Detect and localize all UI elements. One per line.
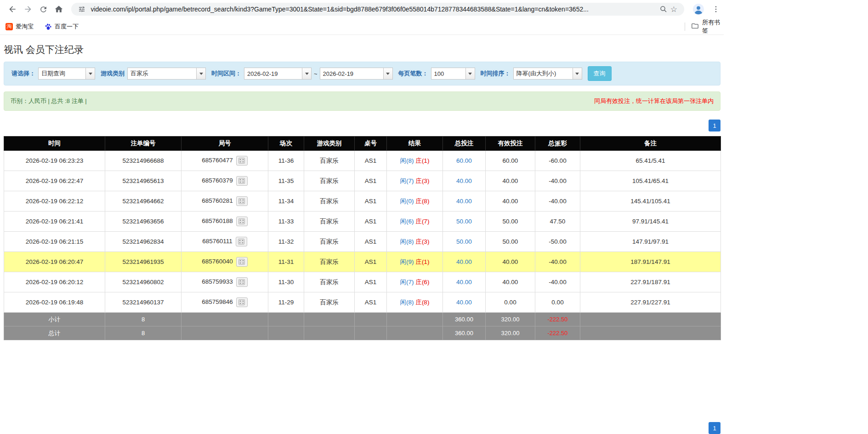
cell-game-type: 百家乐 [304, 292, 355, 313]
refresh-button[interactable] [36, 1, 51, 17]
total-bet-link[interactable]: 40.00 [456, 258, 472, 265]
cell-session: 11-34 [268, 191, 304, 211]
cell-remark: 97.91/145.41 [580, 211, 721, 232]
query-type-dropdown-arrow[interactable] [85, 68, 95, 80]
menu-icon[interactable] [708, 1, 724, 17]
profile-avatar[interactable] [692, 2, 705, 16]
round-id-text: 685760040 [202, 258, 233, 265]
cell-total-bet: 40.00 [443, 252, 486, 272]
total-bet-link[interactable]: 50.00 [456, 238, 472, 245]
round-result-button[interactable] [236, 156, 248, 166]
cell-game-type: 百家乐 [304, 252, 355, 272]
zoom-icon[interactable] [658, 4, 669, 14]
result-banker: 庄(6) [415, 279, 429, 286]
round-result-button[interactable] [236, 176, 248, 186]
page-size-input[interactable] [431, 68, 466, 80]
sort-input[interactable] [513, 68, 573, 80]
date-from-dropdown-arrow[interactable] [302, 68, 312, 80]
cell-total-bet: 40.00 [443, 191, 486, 211]
summary-cell: 320.00 [486, 313, 535, 326]
total-bet-link[interactable]: 40.00 [456, 299, 472, 306]
caret-icon [575, 73, 579, 75]
query-type-input[interactable] [38, 68, 86, 80]
bookmark-label: 爱淘宝 [16, 23, 34, 31]
date-to-input[interactable] [320, 68, 384, 80]
url-bar[interactable]: videoie.com/ipl/portal.php/game/betrecor… [71, 3, 684, 16]
result-banker: 庄(3) [415, 177, 429, 184]
cell-game-type: 百家乐 [304, 171, 355, 191]
column-header: 结果 [387, 137, 443, 151]
game-type-input[interactable] [127, 68, 197, 80]
cell-table-no: AS1 [355, 272, 387, 292]
result-player: 闲(8) [400, 157, 414, 164]
caret-icon [386, 73, 390, 75]
die-icon [238, 178, 245, 184]
cell-remark: 65.41/5.41 [580, 151, 721, 171]
round-id-text: 685760477 [202, 157, 233, 164]
forward-icon [23, 5, 33, 14]
cell-payout: -40.00 [535, 272, 580, 292]
bookmark-star-icon[interactable]: ☆ [669, 4, 679, 14]
cell-table-no: AS1 [355, 252, 387, 272]
date-to-dropdown-arrow[interactable] [383, 68, 393, 80]
filter-label-game-type: 游戏类别 [101, 69, 125, 78]
cell-valid-bet: 60.00 [486, 151, 535, 171]
cell-session: 11-35 [268, 171, 304, 191]
browser-toolbar: videoie.com/ipl/portal.php/game/betrecor… [0, 0, 724, 18]
cell-session: 11-31 [268, 252, 304, 272]
cell-remark: 187.91/147.91 [580, 252, 721, 272]
column-header: 场次 [268, 137, 304, 151]
bookmark-aitaobao[interactable]: 淘 爱淘宝 [6, 23, 34, 31]
cell-result: 闲(7) 庄(6) [387, 272, 443, 292]
column-header: 备注 [580, 137, 721, 151]
forward-button[interactable] [20, 1, 36, 17]
url-text[interactable]: videoie.com/ipl/portal.php/game/betrecor… [91, 6, 658, 13]
table-row: 2026-02-19 06:19:48523214960137685759846… [4, 292, 721, 313]
folder-icon [691, 22, 699, 32]
bet-records-table: 时间注单编号局号场次游戏类别桌号结果总投注有效投注总派彩备注 2026-02-1… [4, 136, 721, 340]
cell-remark: 227.91/227.91 [580, 292, 721, 313]
page-button-1[interactable]: 1 [709, 422, 720, 434]
round-result-button[interactable] [236, 297, 248, 307]
baidu-icon [45, 23, 52, 30]
sort-dropdown-arrow[interactable] [573, 68, 582, 80]
round-result-button[interactable] [236, 217, 248, 226]
total-bet-link[interactable]: 40.00 [456, 279, 472, 286]
column-header: 时间 [4, 137, 105, 151]
cell-valid-bet: 50.00 [486, 232, 535, 252]
cell-bet-id: 523214962834 [105, 232, 182, 252]
cell-bet-id: 523214966688 [105, 151, 182, 171]
total-bet-link[interactable]: 40.00 [456, 198, 472, 205]
die-icon [238, 198, 245, 204]
cell-bet-id: 523214964662 [105, 191, 182, 211]
round-result-button[interactable] [236, 277, 248, 287]
cell-session: 11-32 [268, 232, 304, 252]
site-settings-icon[interactable] [77, 4, 87, 14]
summary-cell [580, 326, 721, 340]
search-button[interactable]: 查询 [588, 66, 612, 81]
result-banker: 庄(8) [415, 299, 429, 306]
back-button[interactable] [5, 1, 20, 17]
page-button-1[interactable]: 1 [709, 120, 720, 131]
round-result-button[interactable] [236, 196, 248, 206]
round-result-button[interactable] [236, 237, 247, 246]
home-button[interactable] [51, 1, 67, 17]
date-from-input[interactable] [244, 68, 302, 80]
total-bet-link[interactable]: 50.00 [456, 218, 472, 225]
total-bet-link[interactable]: 60.00 [456, 157, 472, 164]
total-row: 总计8360.00320.00-222.50 [4, 326, 721, 340]
cell-game-type: 百家乐 [304, 232, 355, 252]
round-result-button[interactable] [236, 257, 248, 267]
all-bookmarks-button[interactable]: 所有书签 [685, 18, 724, 35]
cell-table-no: AS1 [355, 171, 387, 191]
page-content: 视讯 会员下注纪录 请选择： 游戏类别 时间区间： ~ 每页笔数： 时间排序： [0, 43, 868, 434]
pagination-bottom: 1 [4, 422, 720, 434]
bookmark-baidu[interactable]: 百度一下 [45, 23, 79, 31]
cell-session: 11-33 [268, 211, 304, 232]
bookmark-label: 百度一下 [55, 23, 79, 31]
page-size-dropdown-arrow[interactable] [465, 68, 475, 80]
total-bet-link[interactable]: 40.00 [456, 177, 472, 184]
cell-table-no: AS1 [355, 151, 387, 171]
table-header-row: 时间注单编号局号场次游戏类别桌号结果总投注有效投注总派彩备注 [4, 137, 721, 151]
game-type-dropdown-arrow[interactable] [196, 68, 206, 80]
